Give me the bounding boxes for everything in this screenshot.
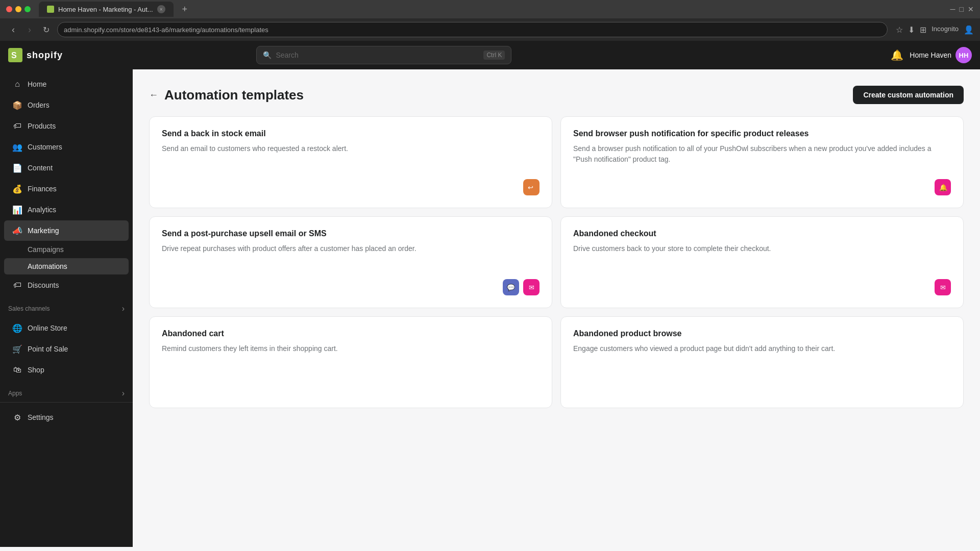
download-icon[interactable]: ⬇ xyxy=(908,25,915,35)
push-icon-svg: 🔔 xyxy=(938,183,947,192)
extensions-icon[interactable]: ⊞ xyxy=(920,25,926,35)
nav-back-btn[interactable]: ‹ xyxy=(6,22,20,37)
apps-label: Apps xyxy=(8,390,22,397)
maximize-icon[interactable]: □ xyxy=(960,5,964,13)
card-desc-back-in-stock: Send an email to customers who requested… xyxy=(162,143,540,154)
card-desc-post-purchase: Drive repeat purchases with product offe… xyxy=(162,243,540,254)
sidebar-label-home: Home xyxy=(28,80,46,88)
template-card-browser-push[interactable]: Send browser push notification for speci… xyxy=(560,116,964,208)
restock-icon-svg: ↩ xyxy=(527,183,536,192)
sales-channels-expand[interactable]: › xyxy=(122,304,125,313)
sidebar-label-finances: Finances xyxy=(28,185,57,193)
home-icon: ⌂ xyxy=(12,79,22,89)
shop-icon: 🛍 xyxy=(12,365,22,375)
sidebar-label-pos: Point of Sale xyxy=(28,345,68,353)
sales-channels-label: Sales channels xyxy=(8,305,50,312)
bookmark-icon[interactable]: ☆ xyxy=(896,25,903,35)
store-menu[interactable]: Home Haven HH xyxy=(910,47,972,63)
incognito-label: Incognito xyxy=(932,25,959,35)
marketing-icon: 📣 xyxy=(12,226,22,236)
sidebar-item-orders[interactable]: 📦 Orders xyxy=(4,95,129,115)
card-title-post-purchase: Send a post-purchase upsell email or SMS xyxy=(162,229,540,238)
orders-icon: 📦 xyxy=(12,100,22,110)
sidebar-item-settings[interactable]: ⚙ Settings xyxy=(4,407,129,428)
marketing-submenu: Campaigns Automations xyxy=(0,241,133,274)
email-icon-abandoned-checkout: ✉ xyxy=(935,279,951,295)
sidebar-subitem-automations[interactable]: Automations xyxy=(4,258,129,274)
search-shortcut: Ctrl K xyxy=(483,51,505,60)
svg-text:↩: ↩ xyxy=(528,184,533,191)
sidebar-label-online-store: Online Store xyxy=(28,324,67,332)
apps-section: Apps › xyxy=(0,381,133,402)
card-desc-browser-push: Send a browser push notification to all … xyxy=(573,143,951,165)
page-header: ← Automation templates Create custom aut… xyxy=(149,86,964,104)
sidebar-item-products[interactable]: 🏷 Products xyxy=(4,116,129,136)
tab-favicon xyxy=(47,6,54,13)
discounts-icon: 🏷 xyxy=(12,280,22,290)
card-desc-abandoned-checkout: Drive customers back to your store to co… xyxy=(573,243,951,254)
address-bar[interactable]: admin.shopify.com/store/de8143-a6/market… xyxy=(57,22,888,37)
sidebar-subitem-campaigns[interactable]: Campaigns xyxy=(4,241,129,258)
store-name: Home Haven xyxy=(910,51,951,59)
nav-forward-btn[interactable]: › xyxy=(22,22,37,37)
nav-reload-btn[interactable]: ↻ xyxy=(39,22,53,37)
template-card-back-in-stock[interactable]: Send a back in stock email Send an email… xyxy=(149,116,552,208)
win-min-btn[interactable] xyxy=(15,6,21,12)
notification-btn[interactable]: 🔔 xyxy=(891,49,903,61)
sidebar-item-home[interactable]: ⌂ Home xyxy=(4,74,129,94)
create-custom-automation-button[interactable]: Create custom automation xyxy=(853,86,964,104)
win-close-btn[interactable] xyxy=(6,6,12,12)
content-icon: 📄 xyxy=(12,163,22,173)
apps-expand[interactable]: › xyxy=(122,389,125,398)
sidebar-item-pos[interactable]: 🛒 Point of Sale xyxy=(4,339,129,359)
browser-tab[interactable]: Home Haven - Marketing - Aut... × xyxy=(39,2,174,17)
back-in-stock-icon: ↩ xyxy=(523,179,540,195)
sidebar-label-orders: Orders xyxy=(28,101,50,109)
template-card-post-purchase[interactable]: Send a post-purchase upsell email or SMS… xyxy=(149,216,552,308)
customers-icon: 👥 xyxy=(12,142,22,152)
sidebar-item-shop[interactable]: 🛍 Shop xyxy=(4,360,129,380)
sidebar-label-marketing: Marketing xyxy=(28,227,59,235)
sidebar-item-analytics[interactable]: 📊 Analytics xyxy=(4,199,129,220)
close-icon[interactable]: ✕ xyxy=(968,5,974,13)
template-card-abandoned-browse[interactable]: Abandoned product browse Engage customer… xyxy=(560,316,964,408)
search-box[interactable]: 🔍 Search Ctrl K xyxy=(256,46,511,64)
sidebar-item-finances[interactable]: 💰 Finances xyxy=(4,179,129,199)
online-store-icon: 🌐 xyxy=(12,323,22,333)
new-tab-btn[interactable]: + xyxy=(178,2,192,16)
card-title-abandoned-browse: Abandoned product browse xyxy=(573,329,951,338)
shopify-logo[interactable]: S shopify xyxy=(8,48,63,62)
profile-icon[interactable]: 👤 xyxy=(964,25,974,35)
sidebar-item-marketing[interactable]: 📣 Marketing xyxy=(4,220,129,241)
sidebar-label-content: Content xyxy=(28,164,53,172)
sidebar-item-customers[interactable]: 👥 Customers xyxy=(4,137,129,157)
search-placeholder: Search xyxy=(276,51,479,59)
sms-icon: 💬 xyxy=(503,279,519,295)
automations-label: Automations xyxy=(28,262,67,270)
win-max-btn[interactable] xyxy=(24,6,31,12)
avatar: HH xyxy=(955,47,972,63)
sidebar-item-discounts[interactable]: 🏷 Discounts xyxy=(4,275,129,295)
finances-icon: 💰 xyxy=(12,184,22,194)
sidebar-item-content[interactable]: 📄 Content xyxy=(4,158,129,178)
template-card-abandoned-checkout[interactable]: Abandoned checkout Drive customers back … xyxy=(560,216,964,308)
back-button[interactable]: ← xyxy=(149,90,158,101)
sidebar-item-online-store[interactable]: 🌐 Online Store xyxy=(4,318,129,338)
sidebar-label-discounts: Discounts xyxy=(28,281,59,289)
sidebar-label-analytics: Analytics xyxy=(28,206,56,214)
template-card-abandoned-cart[interactable]: Abandoned cart Remind customers they lef… xyxy=(149,316,552,408)
tab-close[interactable]: × xyxy=(157,5,165,13)
sidebar-label-settings: Settings xyxy=(28,413,54,421)
products-icon: 🏷 xyxy=(12,121,22,131)
campaigns-label: Campaigns xyxy=(28,245,64,254)
settings-icon: ⚙ xyxy=(12,412,22,422)
svg-text:S: S xyxy=(11,51,17,60)
card-desc-abandoned-browse: Engage customers who viewed a product pa… xyxy=(573,343,951,354)
sidebar-label-products: Products xyxy=(28,122,56,130)
card-title-browser-push: Send browser push notification for speci… xyxy=(573,129,951,138)
page-title: Automation templates xyxy=(164,87,304,103)
email-icon-post-purchase: ✉ xyxy=(523,279,540,295)
minimize-icon[interactable]: ─ xyxy=(950,5,955,13)
sales-channels-section: Sales channels › xyxy=(0,296,133,317)
templates-grid: Send a back in stock email Send an email… xyxy=(149,116,964,408)
